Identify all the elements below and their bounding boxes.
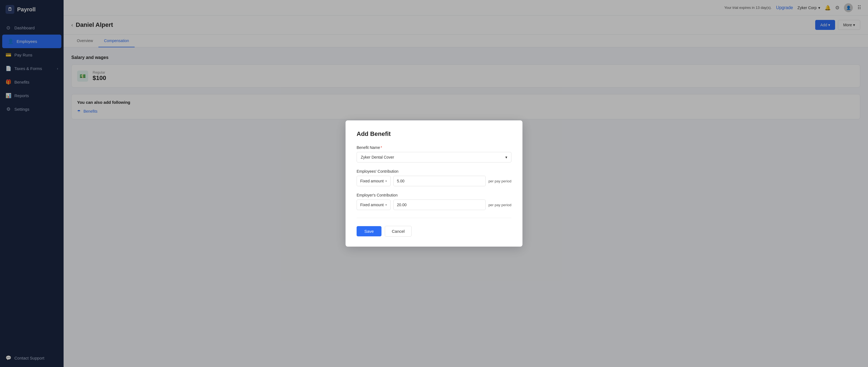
- modal-overlay: Add Benefit Benefit Name* Zyker Dental C…: [0, 0, 868, 367]
- employees-type-value: Fixed amount: [360, 179, 384, 183]
- employees-type-caret: ▾: [385, 179, 387, 183]
- employer-contribution-group: Employer's Contribution Fixed amount ▾ p…: [356, 193, 512, 210]
- modal-title: Add Benefit: [356, 130, 512, 138]
- benefit-name-select[interactable]: Zyker Dental Cover ▾: [356, 152, 512, 163]
- employees-contribution-group: Employees' Contribution Fixed amount ▾ p…: [356, 169, 512, 186]
- benefit-name-label: Benefit Name*: [356, 145, 512, 150]
- employer-contribution-row: Fixed amount ▾ per pay period: [356, 200, 512, 210]
- employer-amount-input[interactable]: [393, 200, 486, 210]
- required-star: *: [381, 145, 382, 150]
- save-button[interactable]: Save: [356, 226, 381, 236]
- employees-type-select[interactable]: Fixed amount ▾: [356, 176, 391, 186]
- benefit-name-group: Benefit Name* Zyker Dental Cover ▾: [356, 145, 512, 163]
- add-benefit-modal: Add Benefit Benefit Name* Zyker Dental C…: [345, 120, 523, 247]
- modal-actions: Save Cancel: [356, 226, 512, 237]
- employees-contribution-label: Employees' Contribution: [356, 169, 512, 173]
- employer-type-caret: ▾: [385, 203, 387, 207]
- employees-amount-input[interactable]: [393, 176, 486, 186]
- employer-type-value: Fixed amount: [360, 203, 384, 207]
- employees-per-pay: per pay period: [489, 179, 512, 183]
- benefit-name-chevron: ▾: [505, 155, 507, 160]
- employees-contribution-row: Fixed amount ▾ per pay period: [356, 176, 512, 186]
- benefit-name-value: Zyker Dental Cover: [361, 155, 394, 160]
- employer-contribution-label: Employer's Contribution: [356, 193, 512, 197]
- cancel-button[interactable]: Cancel: [385, 226, 412, 237]
- employer-per-pay: per pay period: [489, 203, 512, 207]
- employer-type-select[interactable]: Fixed amount ▾: [356, 200, 391, 210]
- modal-divider: [356, 218, 512, 218]
